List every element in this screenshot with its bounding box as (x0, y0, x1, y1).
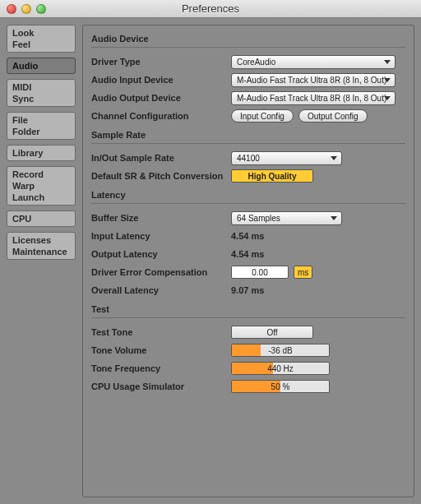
sidebar-item-folder[interactable]: Folder (7, 126, 75, 137)
driver-type-label: Driver Type (91, 57, 231, 67)
cpu-usage-slider[interactable]: 50 % (231, 380, 330, 393)
sidebar-item-maintenance[interactable]: Maintenance (7, 246, 75, 257)
buffer-size-label: Buffer Size (91, 213, 231, 223)
sidebar-item-feel[interactable]: Feel (7, 39, 75, 50)
driver-error-comp-unit: ms (294, 266, 312, 279)
zoom-icon[interactable] (36, 4, 46, 14)
input-latency-label: Input Latency (91, 231, 231, 241)
input-latency-value: 4.54 ms (231, 231, 264, 241)
sidebar-item-licenses[interactable]: Licenses (7, 234, 75, 246)
window-title: Preferences (0, 2, 421, 15)
sidebar-item-file[interactable]: File (7, 114, 75, 126)
sidebar-item-cpu[interactable]: CPU (7, 213, 75, 224)
overall-latency-value: 9.07 ms (231, 285, 264, 295)
sidebar-item-look[interactable]: Look (7, 27, 75, 39)
default-sr-toggle[interactable]: High Quality (231, 169, 313, 183)
driver-error-comp-label: Driver Error Compensation (91, 267, 231, 277)
slider-fill (232, 363, 273, 374)
audio-input-device-label: Audio Input Device (91, 75, 231, 85)
channel-config-label: Channel Configuration (91, 111, 231, 121)
sidebar-item-record[interactable]: Record (7, 169, 75, 180)
sidebar-group-7[interactable]: LicensesMaintenance (7, 232, 76, 260)
divider (91, 317, 405, 318)
sidebar-group-2[interactable]: MIDISync (7, 79, 76, 107)
sidebar-group-3[interactable]: FileFolder (7, 112, 76, 140)
output-latency-label: Output Latency (91, 249, 231, 259)
sidebar-item-library[interactable]: Library (7, 147, 75, 159)
sidebar-item-launch[interactable]: Launch (7, 192, 75, 203)
window-body: LookFeelAudioMIDISyncFileFolderLibraryRe… (0, 18, 421, 504)
minimize-icon[interactable] (21, 4, 31, 14)
sidebar-group-5[interactable]: RecordWarpLaunch (7, 166, 76, 206)
divider (91, 143, 405, 144)
content-panel: Audio Device Driver Type CoreAudio Audio… (82, 25, 414, 497)
sidebar-group-4[interactable]: Library (7, 145, 76, 161)
tone-frequency-slider[interactable]: 440 Hz (231, 362, 330, 375)
sidebar-item-midi[interactable]: MIDI (7, 81, 75, 93)
tone-volume-label: Tone Volume (91, 345, 231, 355)
audio-output-device-select[interactable]: M-Audio Fast Track Ultra 8R (8 In, 8 Out… (231, 91, 396, 105)
driver-type-select[interactable]: CoreAudio (231, 55, 396, 69)
test-tone-label: Test Tone (91, 327, 231, 337)
buffer-size-select[interactable]: 64 Samples (231, 211, 342, 225)
tone-frequency-label: Tone Frequency (91, 363, 231, 373)
section-audio-device: Audio Device (91, 34, 405, 44)
section-latency: Latency (91, 190, 405, 200)
sidebar: LookFeelAudioMIDISyncFileFolderLibraryRe… (7, 25, 76, 497)
slider-fill (232, 344, 261, 356)
divider (91, 203, 405, 204)
default-sr-label: Default SR & Pitch Conversion (91, 171, 231, 181)
input-config-button[interactable]: Input Config (231, 109, 294, 123)
sidebar-group-6[interactable]: CPU (7, 210, 76, 227)
output-config-button[interactable]: Output Config (298, 109, 368, 123)
section-test: Test (91, 304, 405, 314)
test-tone-toggle[interactable]: Off (231, 326, 313, 339)
output-latency-value: 4.54 ms (231, 249, 264, 259)
driver-error-comp-input[interactable]: 0.00 (231, 266, 289, 279)
tone-volume-slider[interactable]: -36 dB (231, 344, 330, 357)
titlebar: Preferences (0, 0, 421, 18)
cpu-usage-label: CPU Usage Simulator (91, 381, 231, 391)
sidebar-group-0[interactable]: LookFeel (7, 25, 76, 53)
sidebar-item-audio[interactable]: Audio (7, 60, 75, 72)
audio-input-device-select[interactable]: M-Audio Fast Track Ultra 8R (8 In, 8 Out… (231, 73, 396, 87)
sidebar-item-sync[interactable]: Sync (7, 93, 75, 104)
preferences-window: Preferences LookFeelAudioMIDISyncFileFol… (0, 0, 421, 504)
audio-output-device-label: Audio Output Device (91, 93, 231, 103)
inout-sample-rate-select[interactable]: 44100 (231, 151, 342, 165)
sidebar-item-warp[interactable]: Warp (7, 180, 75, 192)
close-icon[interactable] (7, 4, 16, 14)
window-controls (7, 4, 46, 14)
divider (91, 47, 405, 48)
overall-latency-label: Overall Latency (91, 285, 231, 295)
inout-sample-rate-label: In/Out Sample Rate (91, 153, 231, 163)
sidebar-group-1[interactable]: Audio (7, 58, 76, 74)
section-sample-rate: Sample Rate (91, 130, 405, 140)
